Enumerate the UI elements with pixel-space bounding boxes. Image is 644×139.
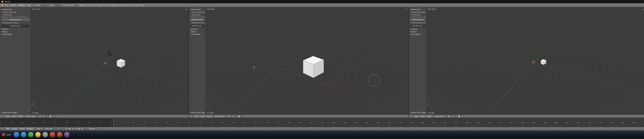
mode-select[interactable]: Texture Paint ▾ bbox=[434, 115, 447, 118]
render-engine-select[interactable]: Blender Render ▾ bbox=[62, 4, 77, 7]
missing-data-panel-header[interactable]: ▾ Missing Data bbox=[409, 8, 426, 11]
opengl-render-icon[interactable]: ◙▾ bbox=[238, 115, 241, 118]
menu-marker[interactable]: Marker bbox=[11, 128, 18, 130]
viewport-shading-icon[interactable]: ●▾ bbox=[39, 115, 42, 118]
app-icon-3[interactable] bbox=[28, 132, 34, 138]
cube-object[interactable] bbox=[540, 58, 548, 66]
current-frame-field[interactable]: 1 bbox=[54, 128, 63, 130]
app-icon-4[interactable] bbox=[35, 132, 41, 138]
menu-help[interactable]: Help bbox=[26, 4, 32, 6]
missing-data-panel-header[interactable]: ▾ Missing Data bbox=[0, 8, 30, 11]
blender-menu-icon[interactable] bbox=[1, 4, 3, 6]
3d-view[interactable]: User Persp (1) Cube x y z + bbox=[206, 8, 408, 115]
menu-view[interactable]: View bbox=[194, 115, 200, 118]
frame-start-field[interactable]: Start: 1 bbox=[36, 128, 44, 130]
record-button[interactable]: ● bbox=[84, 128, 88, 130]
external-panel-header[interactable]: ▸External bbox=[189, 28, 205, 30]
color-palette-panel-header[interactable]: ▸Color Palette bbox=[0, 33, 30, 36]
cube-object[interactable] bbox=[298, 50, 329, 81]
play-button[interactable]: ▶ bbox=[74, 128, 77, 130]
opengl-render-anim-icon[interactable]: ▸▾ bbox=[462, 115, 464, 118]
opengl-render-anim-icon[interactable]: ▸▾ bbox=[53, 115, 56, 118]
play-reverse-button[interactable]: ◀ bbox=[71, 128, 74, 130]
menu-view[interactable]: View bbox=[5, 115, 11, 118]
menu-file[interactable]: File bbox=[4, 4, 9, 6]
editor-type-button[interactable]: ⊞▾ bbox=[190, 115, 193, 118]
taskbar-launcher[interactable]: Taskio bbox=[2, 133, 11, 136]
menu-window[interactable]: Window bbox=[17, 4, 26, 6]
scene-select[interactable]: Scene + × bbox=[48, 4, 61, 7]
color-palette-panel-header[interactable]: ▸Color Palette bbox=[409, 33, 426, 36]
screen-layout-select[interactable]: Default + × bbox=[34, 4, 47, 7]
properties-region-toggle-icon[interactable]: + bbox=[185, 8, 188, 10]
editor-type-button[interactable]: ⊞▾ bbox=[410, 115, 413, 118]
current-frame-marker[interactable] bbox=[114, 118, 114, 127]
app-ic6on-6[interactable] bbox=[50, 132, 55, 138]
camera-object[interactable] bbox=[107, 50, 114, 58]
add-simple-uvs-button[interactable]: Add Simple UVs bbox=[1, 18, 30, 21]
add-scene-button[interactable]: + bbox=[55, 4, 57, 6]
properties-region-toggle-icon[interactable]: + bbox=[405, 8, 408, 10]
color-palette-panel-header[interactable]: ▸Color Palette bbox=[189, 33, 205, 36]
menu-brush[interactable]: Brush bbox=[17, 115, 24, 118]
app-icon-5[interactable] bbox=[42, 132, 48, 138]
snap-icon[interactable]: ◡▾ bbox=[46, 115, 49, 118]
history-panel-header[interactable]: ▸History bbox=[409, 30, 426, 33]
missing-data-panel-header[interactable]: ▾ Missing Data bbox=[189, 8, 205, 11]
3d-view[interactable]: User Persp (1) Cube x y z + bbox=[31, 8, 188, 115]
editor-type-button[interactable]: ⊞▾ bbox=[1, 115, 4, 118]
texture-paint-toggle-panel-header[interactable]: ▸ Texture Paint Toggle bbox=[0, 111, 30, 114]
menu-paint[interactable]: Paint bbox=[420, 115, 426, 118]
menu-view[interactable]: View bbox=[5, 128, 11, 130]
snap-icon[interactable]: ◡▾ bbox=[454, 115, 458, 118]
external-panel-header[interactable]: ▸External bbox=[0, 28, 30, 30]
sync-mode-select[interactable]: No Sync ▾ bbox=[88, 128, 98, 130]
3d-cursor[interactable] bbox=[252, 66, 256, 69]
add-simple-uvs-button[interactable]: Add Simple UVs bbox=[190, 18, 204, 21]
viewport-shading-icon[interactable]: ●▾ bbox=[448, 115, 451, 118]
app-icon-2[interactable] bbox=[21, 132, 26, 138]
3d-cursor[interactable] bbox=[103, 61, 107, 65]
snap-icon[interactable]: ◡▾ bbox=[234, 115, 238, 118]
add-simple-uvs-button[interactable]: Add Simple UVs bbox=[410, 18, 425, 21]
app-icon-8[interactable] bbox=[64, 132, 70, 138]
menu-playback[interactable]: Playback bbox=[26, 128, 35, 130]
3d-view[interactable]: User Persp (1) Cube x y z + bbox=[426, 8, 644, 115]
history-panel-header[interactable]: ▸History bbox=[0, 30, 30, 33]
cube-object[interactable] bbox=[115, 56, 127, 69]
viewport-shading-icon[interactable]: ●▾ bbox=[228, 115, 231, 118]
timeline-ruler[interactable]: -50-45-40-35-30-25-20-15-10-505101520253… bbox=[0, 118, 644, 127]
mode-select[interactable]: Texture Paint ▾ bbox=[214, 115, 227, 118]
previous-keyframe-button[interactable]: ◀◀ bbox=[68, 128, 71, 130]
menu-view[interactable]: View bbox=[414, 115, 420, 118]
menu-render[interactable]: Render bbox=[9, 4, 17, 6]
app-icon-7[interactable] bbox=[57, 132, 62, 138]
menu-frame[interactable]: Frame bbox=[18, 128, 26, 130]
opengl-render-icon[interactable]: ◙▾ bbox=[458, 115, 461, 118]
menu-paint[interactable]: Paint bbox=[11, 115, 17, 118]
next-keyframe-button[interactable]: ▶▶ bbox=[78, 128, 81, 130]
delete-layout-button[interactable]: × bbox=[44, 4, 46, 6]
jump-to-end-button[interactable]: ▶| bbox=[81, 128, 84, 130]
pivot-center-icon[interactable]: ⊕▾ bbox=[231, 115, 234, 118]
add-layout-button[interactable]: + bbox=[41, 4, 43, 6]
pivot-center-icon[interactable]: ⊕▾ bbox=[42, 115, 45, 118]
pivot-center-icon[interactable]: ⊕▾ bbox=[451, 115, 454, 118]
3d-cursor[interactable] bbox=[532, 60, 536, 64]
opengl-render-anim-icon[interactable]: ▸▾ bbox=[242, 115, 244, 118]
menu-brush[interactable]: Brush bbox=[426, 115, 433, 118]
history-panel-header[interactable]: ▸History bbox=[189, 30, 205, 33]
menu-paint[interactable]: Paint bbox=[200, 115, 206, 118]
opengl-render-icon[interactable]: ◙▾ bbox=[49, 115, 52, 118]
menu-brush[interactable]: Brush bbox=[206, 115, 213, 118]
add-paint-slot-button[interactable]: Add Paint Slot ▾ bbox=[1, 24, 30, 27]
jump-to-start-button[interactable]: |◀ bbox=[65, 128, 68, 130]
external-panel-header[interactable]: ▸External bbox=[409, 28, 426, 30]
lamp-object[interactable] bbox=[548, 51, 550, 54]
delete-scene-button[interactable]: × bbox=[58, 4, 60, 6]
add-paint-slot-button[interactable]: Add Paint Slot ▾ bbox=[410, 24, 425, 27]
mode-select[interactable]: Texture Paint ▾ bbox=[24, 115, 38, 118]
texture-paint-toggle-panel-header[interactable]: ▸ Texture Paint Toggle bbox=[409, 111, 426, 114]
properties-region-toggle-icon[interactable]: + bbox=[642, 8, 644, 10]
add-paint-slot-button[interactable]: Add Paint Slot ▾ bbox=[190, 24, 204, 27]
